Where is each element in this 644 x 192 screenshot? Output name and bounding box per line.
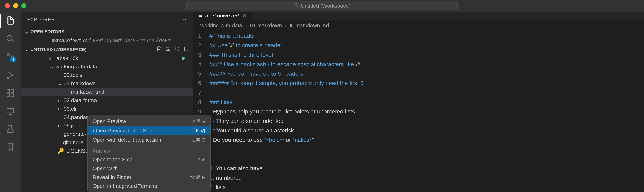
- menu-item[interactable]: Open to the Side^ ⏎: [88, 155, 210, 164]
- menu-item[interactable]: Open with default application⌥⌘ O: [88, 135, 210, 144]
- source-control-icon[interactable]: 4: [5, 52, 15, 62]
- file-icon: ≡: [66, 89, 69, 95]
- menu-item[interactable]: Reveal in Finder⌥⌘ R: [88, 173, 210, 182]
- menu-shortcut: ⌥⌘ R: [190, 174, 206, 180]
- workspace-header[interactable]: ⌄ UNTITLED (WORKSPACE): [20, 45, 193, 54]
- menu-item[interactable]: Open Preview⇧⌘ V: [88, 117, 210, 126]
- menu-item: Preview: [88, 147, 210, 155]
- close-window-button[interactable]: [5, 3, 10, 8]
- tree-item[interactable]: ⌄working-with-data: [20, 63, 193, 71]
- gitignore-icon: ◦: [58, 139, 59, 146]
- command-center[interactable]: Untitled (Workspace): [186, 1, 458, 11]
- minimize-window-button[interactable]: [13, 3, 18, 8]
- new-file-icon[interactable]: [156, 46, 162, 53]
- svg-rect-12: [11, 94, 14, 96]
- menu-shortcut: ⌥⌘ O: [190, 137, 206, 143]
- search-activity-icon[interactable]: [5, 34, 15, 44]
- code-content[interactable]: # This is a header## Use \# to create a …: [210, 31, 644, 192]
- chevron-icon: ⌄: [58, 80, 62, 87]
- editor-tabs: ≡ markdown.md ✕: [193, 12, 644, 20]
- chevron-icon: ›: [49, 55, 54, 62]
- tree-item[interactable]: ⌄01.markdown: [20, 79, 193, 88]
- tab-markdown[interactable]: ≡ markdown.md ✕: [193, 12, 252, 20]
- collapse-icon[interactable]: [184, 46, 189, 53]
- search-icon: [294, 3, 298, 9]
- chevron-icon: ›: [58, 106, 62, 112]
- bookmarks-icon[interactable]: [5, 142, 15, 152]
- debug-icon[interactable]: [5, 70, 15, 80]
- refresh-icon[interactable]: [174, 46, 180, 53]
- testing-icon[interactable]: [5, 124, 15, 134]
- menu-item[interactable]: Open in Integrated Terminal: [88, 182, 210, 190]
- svg-line-3: [12, 40, 14, 42]
- chevron-right-icon: ›: [245, 23, 247, 29]
- tree-item-label: 01.markdown: [64, 80, 96, 87]
- context-menu: Open Preview⇧⌘ VOpen Preview to the Side…: [88, 115, 211, 192]
- menu-item-label: Open Preview to the Side: [93, 127, 154, 134]
- editor-area: ≡ markdown.md ✕ working-with-data › 01.m…: [193, 12, 644, 192]
- new-folder-icon[interactable]: [166, 46, 171, 53]
- open-editor-item[interactable]: ✕ ≡ markdown.md working-with-data • 01.m…: [20, 36, 193, 45]
- tree-item-label: markdown.md: [71, 89, 104, 95]
- extensions-icon[interactable]: [5, 88, 15, 98]
- maximize-window-button[interactable]: [21, 3, 26, 8]
- scm-badge: 4: [10, 57, 16, 63]
- close-icon[interactable]: ✕: [54, 37, 58, 44]
- svg-point-0: [294, 3, 297, 6]
- tree-item[interactable]: ≡markdown.md: [20, 88, 193, 96]
- svg-point-2: [7, 35, 12, 41]
- chevron-icon: ›: [58, 72, 62, 78]
- svg-point-8: [7, 77, 8, 79]
- search-placeholder: Untitled (Workspace): [301, 3, 350, 9]
- tree-item-label: working-with-data: [56, 64, 97, 70]
- chevron-icon: ›: [58, 122, 62, 129]
- key-icon: 🔑: [58, 148, 64, 154]
- tree-item-label: .gitignore: [62, 139, 84, 146]
- more-icon[interactable]: ⋯: [180, 16, 186, 24]
- titlebar: ← → Untitled (Workspace): [0, 0, 644, 12]
- svg-rect-9: [7, 90, 10, 92]
- menu-shortcut: [⌘K V]: [190, 128, 205, 134]
- chevron-down-icon: ⌄: [25, 29, 29, 35]
- sidebar-title: EXPLORER: [27, 17, 55, 22]
- file-icon: ≡: [199, 13, 202, 19]
- svg-rect-10: [11, 90, 14, 92]
- tree-item-label: 02.data-forma: [64, 97, 97, 104]
- remote-icon[interactable]: [5, 106, 15, 116]
- breadcrumbs[interactable]: working-with-data › 01.markdown › ≡ mark…: [193, 20, 644, 31]
- tree-item[interactable]: ›00.tools: [20, 71, 193, 79]
- file-icon: ≡: [289, 23, 292, 29]
- menu-item-label: Open to the Side: [92, 156, 133, 163]
- menu-item-label: Preview: [92, 148, 110, 154]
- chevron-down-icon: ⌄: [25, 47, 29, 52]
- window-controls: [0, 3, 26, 8]
- svg-rect-11: [7, 94, 10, 96]
- code-editor[interactable]: 1234567891011121314151617 # This is a he…: [193, 31, 644, 192]
- open-editors-header[interactable]: ⌄ OPEN EDITORS: [20, 28, 193, 36]
- menu-item-label: Open With...: [92, 165, 122, 172]
- svg-point-5: [7, 58, 9, 60]
- close-icon[interactable]: ✕: [242, 13, 246, 19]
- svg-point-4: [7, 54, 9, 56]
- chevron-right-icon: ›: [285, 23, 287, 29]
- activity-bar: 4: [0, 12, 20, 192]
- tree-item[interactable]: ›labs-tl10k: [20, 54, 193, 63]
- menu-item[interactable]: Open Preview to the Side[⌘K V]: [88, 126, 210, 135]
- git-status-dot: [182, 57, 185, 60]
- menu-shortcut: ⇧⌘ V: [192, 119, 206, 124]
- tree-item-label: 00.tools: [64, 72, 82, 78]
- svg-marker-7: [8, 72, 13, 78]
- chevron-icon: ›: [58, 114, 62, 120]
- menu-item-label: Open in Integrated Terminal: [92, 183, 158, 189]
- tree-item[interactable]: ›02.data-forma: [20, 96, 193, 105]
- menu-item-label: Reveal in Finder: [92, 174, 132, 180]
- menu-item-label: Open Preview: [92, 118, 126, 125]
- chevron-icon: ⌄: [49, 64, 54, 70]
- tree-item-label: 03.cli: [64, 106, 76, 112]
- tree-item-label: LICENSE: [66, 148, 89, 154]
- tree-item[interactable]: ›03.cli: [20, 105, 193, 113]
- menu-item[interactable]: Open With...: [88, 164, 210, 173]
- tree-item-label: labs-tl10k: [56, 55, 78, 62]
- menu-item-label: Open with default application: [92, 137, 161, 143]
- explorer-icon[interactable]: [5, 16, 15, 26]
